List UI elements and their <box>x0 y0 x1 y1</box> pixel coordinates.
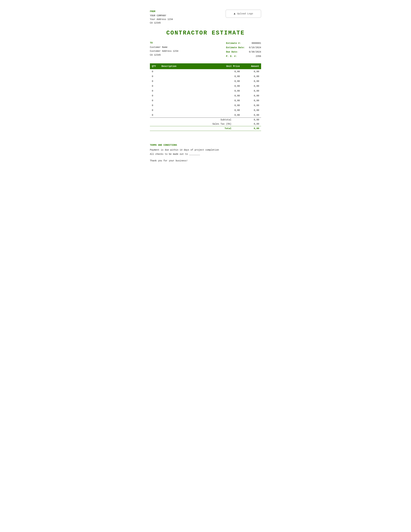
row-qty: 0 <box>150 69 159 74</box>
terms-line1: Payment is due within 14 days of project… <box>150 148 261 152</box>
po-value: 2356 <box>245 54 261 58</box>
total-label: Total <box>150 126 234 131</box>
row-qty: 0 <box>150 108 159 113</box>
row-unit-price: 0,00 <box>218 113 242 118</box>
row-unit-price: 0,00 <box>218 98 242 103</box>
row-qty: 0 <box>150 84 159 88</box>
header-section: FROM YOUR COMPANY Your Address 1234 CA 1… <box>150 10 261 25</box>
from-label: FROM <box>150 10 173 13</box>
row-amount: 0,00 <box>242 98 261 103</box>
table-row: 00,000,00 <box>150 108 261 113</box>
row-amount: 0,00 <box>242 69 261 74</box>
terms-section: TERMS AND CONDITIONS Payment is due with… <box>150 144 261 162</box>
table-row: 00,000,00 <box>150 103 261 108</box>
row-description <box>159 98 218 103</box>
row-amount: 0,00 <box>242 74 261 79</box>
due-date-value: 6/30/2024 <box>245 50 261 54</box>
subtotal-value: 0,00 <box>234 118 261 122</box>
row-qty: 0 <box>150 74 159 79</box>
total-value: 0,00 <box>234 126 261 131</box>
subtotal-label: Subtotal <box>150 118 234 122</box>
table-row: 00,000,00 <box>150 84 261 88</box>
table-row: 00,000,00 <box>150 93 261 98</box>
col-qty-header: QTY <box>150 63 159 69</box>
upload-logo-label: Upload Logo <box>237 12 253 15</box>
tax-value: 0,00 <box>234 122 261 126</box>
row-qty: 0 <box>150 98 159 103</box>
tax-label: Sales Tax (5%) <box>150 122 234 126</box>
items-table: QTY Description Unit Price Amount 00,000… <box>150 63 261 118</box>
upload-icon: ▲ <box>234 12 235 15</box>
row-qty: 0 <box>150 103 159 108</box>
subtotal-row: Subtotal 0,00 <box>150 118 261 122</box>
row-description <box>159 113 218 118</box>
table-row: 00,000,00 <box>150 98 261 103</box>
row-description <box>159 69 218 74</box>
customer-address2: CA 12345 <box>150 53 178 57</box>
row-unit-price: 0,00 <box>218 74 242 79</box>
document-title: CONTRACTOR ESTIMATE <box>150 30 261 36</box>
company-address1: Your Address 1234 <box>150 18 173 21</box>
to-label: TO <box>150 41 178 45</box>
terms-label: TERMS AND CONDITIONS <box>150 144 261 146</box>
row-unit-price: 0,00 <box>218 84 242 88</box>
row-qty: 0 <box>150 88 159 93</box>
to-block: TO Customer Name Customer Address 1234 C… <box>150 41 178 59</box>
row-description <box>159 108 218 113</box>
row-amount: 0,00 <box>242 93 261 98</box>
row-unit-price: 0,00 <box>218 88 242 93</box>
row-unit-price: 0,00 <box>218 79 242 84</box>
col-amount-header: Amount <box>242 63 261 69</box>
row-unit-price: 0,00 <box>218 108 242 113</box>
row-qty: 0 <box>150 113 159 118</box>
table-row: 00,000,00 <box>150 113 261 118</box>
row-amount: 0,00 <box>242 88 261 93</box>
table-row: 00,000,00 <box>150 88 261 93</box>
col-desc-header: Description <box>159 63 218 69</box>
estimate-date-label: Estimate Date: <box>226 46 245 50</box>
estimate-details: Estimate #: 0000001 Estimate Date: 6/16/… <box>226 41 261 59</box>
row-amount: 0,00 <box>242 103 261 108</box>
row-amount: 0,00 <box>242 79 261 84</box>
thank-you: Thank you for your business! <box>150 160 261 162</box>
row-amount: 0,00 <box>242 113 261 118</box>
due-date-label: Due Date: <box>226 50 245 54</box>
row-qty: 0 <box>150 93 159 98</box>
row-description <box>159 79 218 84</box>
upload-logo-button[interactable]: ▲ Upload Logo <box>226 10 261 18</box>
table-row: 00,000,00 <box>150 74 261 79</box>
col-unit-price-header: Unit Price <box>218 63 242 69</box>
row-description <box>159 103 218 108</box>
row-amount: 0,00 <box>242 84 261 88</box>
row-unit-price: 0,00 <box>218 69 242 74</box>
customer-name: Customer Name <box>150 46 178 49</box>
table-row: 00,000,00 <box>150 79 261 84</box>
terms-line2: All checks to be made out to ________ <box>150 152 261 156</box>
totals-table: Subtotal 0,00 Sales Tax (5%) 0,00 Total … <box>150 118 261 131</box>
row-qty: 0 <box>150 79 159 84</box>
row-description <box>159 93 218 98</box>
row-description <box>159 84 218 88</box>
estimate-number-value: 0000001 <box>245 41 261 46</box>
row-unit-price: 0,00 <box>218 93 242 98</box>
total-row: Total 0,00 <box>150 126 261 131</box>
row-amount: 0,00 <box>242 108 261 113</box>
company-name: YOUR COMPANY <box>150 14 173 17</box>
po-label: P. O. #: <box>226 54 245 58</box>
row-description <box>159 88 218 93</box>
terms-text: Payment is due within 14 days of project… <box>150 148 261 156</box>
estimate-date-value: 6/16/2024 <box>245 46 261 50</box>
estimate-number-label: Estimate #: <box>226 41 245 46</box>
from-block: FROM YOUR COMPANY Your Address 1234 CA 1… <box>150 10 173 25</box>
customer-address1: Customer Address 1234 <box>150 49 178 53</box>
row-unit-price: 0,00 <box>218 103 242 108</box>
table-row: 00,000,00 <box>150 69 261 74</box>
info-section: TO Customer Name Customer Address 1234 C… <box>150 41 261 59</box>
row-description <box>159 74 218 79</box>
company-address2: CA 12345 <box>150 21 173 25</box>
tax-row: Sales Tax (5%) 0,00 <box>150 122 261 126</box>
